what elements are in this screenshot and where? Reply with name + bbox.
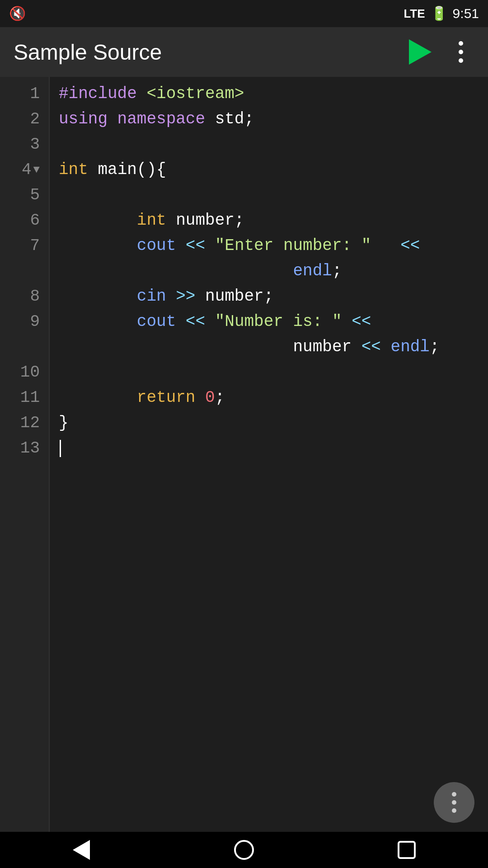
indent-11 bbox=[59, 385, 137, 410]
indent-6 bbox=[59, 208, 137, 233]
back-arrow-icon bbox=[73, 840, 90, 860]
number-var: number; bbox=[176, 208, 244, 233]
app-title: Sample Source bbox=[14, 40, 162, 65]
code-line-5 bbox=[59, 183, 488, 208]
semi-11: ; bbox=[215, 385, 225, 410]
code-line-3 bbox=[59, 132, 488, 157]
lte-icon: LTE bbox=[404, 7, 425, 21]
float-dot3 bbox=[452, 808, 456, 813]
code-line-8: cin >> number; bbox=[59, 284, 488, 309]
code-line-12: } bbox=[59, 410, 488, 436]
indent-9b bbox=[59, 335, 293, 360]
float-dot1 bbox=[452, 792, 456, 797]
indent-9 bbox=[59, 309, 137, 335]
status-left: 🔇 bbox=[9, 5, 26, 22]
text-cursor bbox=[60, 440, 61, 457]
code-line-7: cout << "Enter number: " << bbox=[59, 233, 488, 259]
return-kw: return bbox=[137, 385, 205, 410]
navigation-bar bbox=[0, 832, 488, 868]
code-line-9b: number << endl; bbox=[59, 335, 488, 360]
dot2 bbox=[459, 50, 463, 54]
line-num-11: 11 bbox=[20, 385, 40, 410]
run-button[interactable] bbox=[407, 38, 434, 66]
line-num-8: 8 bbox=[30, 284, 40, 309]
semi-7: ; bbox=[332, 259, 342, 284]
int-kw-main: int bbox=[59, 157, 98, 183]
code-line-7b: endl; bbox=[59, 259, 488, 284]
semi-9: ; bbox=[430, 335, 440, 360]
number-var-9: number bbox=[293, 335, 361, 360]
op-9b: << bbox=[352, 309, 371, 335]
battery-icon: 🔋 bbox=[431, 5, 447, 22]
code-line-1: #include <iostream> bbox=[59, 81, 488, 107]
home-button[interactable] bbox=[221, 836, 267, 863]
notification-icon: 🔇 bbox=[9, 5, 26, 22]
string-7: "Enter number: " bbox=[215, 233, 381, 259]
op-9c: << bbox=[361, 335, 391, 360]
op-7a: << bbox=[186, 233, 215, 259]
op-9a: << bbox=[186, 309, 215, 335]
endl-kw-7: endl bbox=[293, 259, 332, 284]
code-content[interactable]: #include <iostream> using namespace std;… bbox=[50, 77, 488, 832]
code-line-2: using namespace std; bbox=[59, 107, 488, 132]
code-line-6: int number; bbox=[59, 208, 488, 233]
code-line-11: return 0; bbox=[59, 385, 488, 410]
op-8: >> bbox=[176, 284, 205, 309]
int-kw: int bbox=[137, 208, 176, 233]
line-num-13: 13 bbox=[20, 436, 40, 461]
line-num-4: 4 ▼ bbox=[22, 157, 40, 183]
toolbar: Sample Source bbox=[0, 27, 488, 77]
line-num-3: 3 bbox=[30, 132, 40, 157]
line-num-6: 6 bbox=[30, 208, 40, 233]
time-display: 9:51 bbox=[453, 6, 479, 21]
code-line-4: int main(){ bbox=[59, 157, 488, 183]
line-num-1: 1 bbox=[30, 81, 40, 107]
include-hash: #include bbox=[59, 81, 146, 107]
cout-kw-9: cout bbox=[137, 309, 186, 335]
code-line-10 bbox=[59, 360, 488, 385]
line-numbers: 1 2 3 4 ▼ 5 6 7 7 8 9 9 10 11 12 13 bbox=[0, 77, 50, 832]
status-right: LTE 🔋 9:51 bbox=[404, 5, 479, 22]
code-editor[interactable]: 1 2 3 4 ▼ 5 6 7 7 8 9 9 10 11 12 13 #inc… bbox=[0, 77, 488, 832]
floating-more-button[interactable] bbox=[434, 782, 474, 823]
std-kw: std; bbox=[215, 107, 254, 132]
dot3 bbox=[459, 58, 463, 63]
line-num-2: 2 bbox=[30, 107, 40, 132]
overflow-menu-button[interactable] bbox=[447, 38, 474, 66]
float-dot2 bbox=[452, 800, 456, 805]
string-9: "Number is: " bbox=[215, 309, 352, 335]
recent-square-icon bbox=[398, 841, 416, 859]
indent-7 bbox=[59, 233, 137, 259]
status-bar: 🔇 LTE 🔋 9:51 bbox=[0, 0, 488, 27]
recent-apps-button[interactable] bbox=[384, 836, 429, 863]
using-kw: using namespace bbox=[59, 107, 215, 132]
indent-8 bbox=[59, 284, 137, 309]
collapse-arrow-icon: ▼ bbox=[33, 161, 40, 178]
line-num-10: 10 bbox=[20, 360, 40, 385]
endl-kw-9: endl bbox=[391, 335, 430, 360]
op-7b: << bbox=[381, 233, 420, 259]
play-icon bbox=[409, 39, 432, 65]
toolbar-actions bbox=[407, 38, 474, 66]
line-num-9: 9 bbox=[30, 309, 40, 335]
line-num-7: 7 bbox=[30, 233, 40, 259]
back-button[interactable] bbox=[59, 836, 104, 863]
zero-literal: 0 bbox=[205, 385, 215, 410]
home-circle-icon bbox=[234, 840, 254, 860]
cin-kw: cin bbox=[137, 284, 176, 309]
include-file: <iostream> bbox=[146, 81, 244, 107]
line-num-12: 12 bbox=[20, 410, 40, 436]
line-num-5: 5 bbox=[30, 183, 40, 208]
number-var-8: number; bbox=[205, 284, 273, 309]
cout-kw: cout bbox=[137, 233, 186, 259]
main-fn: main(){ bbox=[98, 157, 166, 183]
code-line-13 bbox=[59, 436, 488, 461]
code-line-9: cout << "Number is: " << bbox=[59, 309, 488, 335]
closing-brace: } bbox=[59, 410, 69, 436]
indent-7b bbox=[59, 259, 293, 284]
dot1 bbox=[459, 41, 463, 46]
